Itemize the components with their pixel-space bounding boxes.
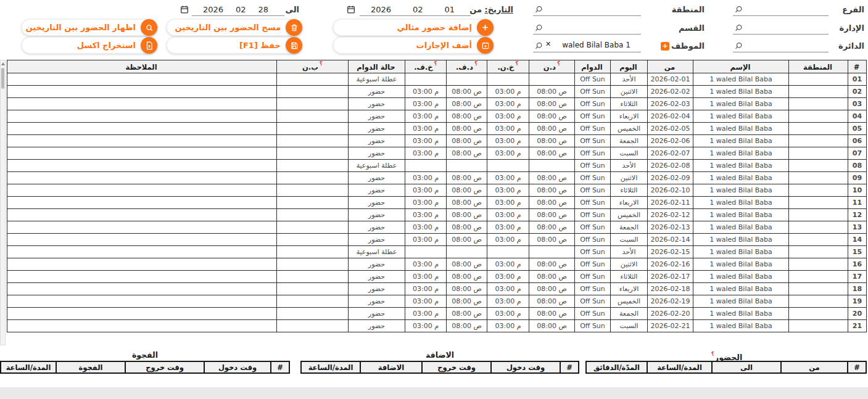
clear-icon[interactable]: ✕ bbox=[545, 40, 551, 48]
add-holidays-button[interactable]: أضف الإجازات bbox=[333, 37, 494, 54]
cell-region[interactable] bbox=[789, 172, 848, 184]
cell-date[interactable]: 2026-02-09 bbox=[648, 172, 693, 184]
cell-region[interactable] bbox=[789, 221, 848, 234]
cell-day[interactable]: السبت bbox=[611, 234, 648, 246]
cell-shift[interactable]: Off Sun bbox=[575, 308, 611, 320]
cell-entry-actual[interactable]: 08:00 ص bbox=[447, 283, 487, 295]
cell-entry-actual[interactable]: 08:00 ص bbox=[447, 308, 487, 320]
cell-bn[interactable] bbox=[277, 160, 349, 172]
cell-shift[interactable]: Off Sun bbox=[575, 258, 611, 271]
cell-entry-actual[interactable]: 08:00 ص bbox=[447, 234, 487, 246]
cell-entry-actual[interactable]: 08:00 ص bbox=[447, 110, 487, 123]
cell-entry-scheduled[interactable]: 08:00 ص bbox=[529, 271, 575, 283]
cell-exit-actual[interactable]: 03:00 م bbox=[405, 271, 447, 283]
cell-region[interactable] bbox=[789, 209, 848, 221]
cell-row-number[interactable]: 03 bbox=[848, 98, 867, 110]
cell-name[interactable]: 1 waled Bilal Baba bbox=[693, 246, 789, 258]
cell-entry-scheduled[interactable]: 08:00 ص bbox=[529, 295, 575, 308]
cell-name[interactable]: 1 waled Bilal Baba bbox=[693, 295, 789, 308]
date-from-input[interactable]: 2026 02 01 bbox=[360, 4, 471, 16]
date-to-month[interactable]: 02 bbox=[236, 5, 246, 14]
cell-entry-actual[interactable]: 08:00 ص bbox=[447, 86, 487, 98]
cell-row-number[interactable]: 19 bbox=[848, 295, 867, 308]
cell-date[interactable]: 2026-02-07 bbox=[648, 147, 693, 160]
cell-note[interactable] bbox=[7, 184, 277, 197]
cell-day[interactable]: الأحد bbox=[611, 73, 648, 86]
cell-region[interactable] bbox=[789, 160, 848, 172]
cell-note[interactable] bbox=[7, 123, 277, 135]
cell-row-number[interactable]: 13 bbox=[848, 221, 867, 234]
cell-region[interactable] bbox=[789, 308, 848, 320]
cell-exit-scheduled[interactable] bbox=[487, 246, 529, 258]
cell-entry-actual[interactable]: 08:00 ص bbox=[447, 147, 487, 160]
cell-exit-scheduled[interactable]: 03:00 م bbox=[487, 110, 529, 123]
cell-day[interactable]: الخميس bbox=[611, 209, 648, 221]
cell-entry-scheduled[interactable]: 08:00 ص bbox=[529, 320, 575, 332]
cell-bn[interactable] bbox=[277, 246, 349, 258]
cell-exit-actual[interactable]: 03:00 م bbox=[405, 110, 447, 123]
cell-shift[interactable]: Off Sun bbox=[575, 209, 611, 221]
cell-entry-scheduled[interactable]: 08:00 ص bbox=[529, 135, 575, 147]
cell-bn[interactable] bbox=[277, 172, 349, 184]
cell-entry-scheduled[interactable] bbox=[529, 73, 575, 86]
cell-day[interactable]: الاثنين bbox=[611, 172, 648, 184]
cell-date[interactable]: 2026-02-21 bbox=[648, 320, 693, 332]
cell-exit-scheduled[interactable]: 03:00 م bbox=[487, 258, 529, 271]
cell-shift[interactable]: Off Sun bbox=[575, 135, 611, 147]
cell-exit-actual[interactable]: 03:00 م bbox=[405, 234, 447, 246]
cell-note[interactable] bbox=[7, 197, 277, 209]
cell-entry-scheduled[interactable]: 08:00 ص bbox=[529, 283, 575, 295]
cell-bn[interactable] bbox=[277, 184, 349, 197]
cell-row-number[interactable]: 07 bbox=[848, 147, 867, 160]
cell-note[interactable] bbox=[7, 295, 277, 308]
cell-note[interactable] bbox=[7, 258, 277, 271]
cell-exit-scheduled[interactable]: 03:00 م bbox=[487, 184, 529, 197]
cell-entry-actual[interactable]: 08:00 ص bbox=[447, 271, 487, 283]
cell-shift-status[interactable]: حضور bbox=[349, 98, 405, 110]
cell-region[interactable] bbox=[789, 283, 848, 295]
cell-date[interactable]: 2026-02-12 bbox=[648, 209, 693, 221]
cell-note[interactable] bbox=[7, 209, 277, 221]
cell-date[interactable]: 2026-02-20 bbox=[648, 308, 693, 320]
cell-bn[interactable] bbox=[277, 209, 349, 221]
cell-bn[interactable] bbox=[277, 73, 349, 86]
cell-region[interactable] bbox=[789, 246, 848, 258]
cell-shift[interactable]: Off Sun bbox=[575, 197, 611, 209]
cell-region[interactable] bbox=[789, 73, 848, 86]
cell-date[interactable]: 2026-02-11 bbox=[648, 197, 693, 209]
cell-date[interactable]: 2026-02-04 bbox=[648, 110, 693, 123]
cell-entry-scheduled[interactable]: 08:00 ص bbox=[529, 184, 575, 197]
administration-input[interactable] bbox=[733, 22, 829, 35]
cell-exit-scheduled[interactable]: 03:00 م bbox=[487, 98, 529, 110]
cell-entry-scheduled[interactable]: 08:00 ص bbox=[529, 98, 575, 110]
cell-day[interactable]: الاثنين bbox=[611, 258, 648, 271]
cell-exit-actual[interactable] bbox=[405, 246, 447, 258]
cell-name[interactable]: 1 waled Bilal Baba bbox=[693, 147, 789, 160]
cell-bn[interactable] bbox=[277, 221, 349, 234]
cell-shift-status[interactable]: حضور bbox=[349, 197, 405, 209]
cell-shift-status[interactable]: حضور bbox=[349, 258, 405, 271]
search-icon[interactable] bbox=[534, 41, 544, 51]
cell-entry-actual[interactable]: 08:00 ص bbox=[447, 295, 487, 308]
cell-entry-scheduled[interactable]: 08:00 ص bbox=[529, 209, 575, 221]
cell-shift-status[interactable]: حضور bbox=[349, 283, 405, 295]
show-attendance-between-dates-button[interactable]: اظهار الحضور بين التاريخين bbox=[22, 19, 157, 36]
cell-shift[interactable]: Off Sun bbox=[575, 73, 611, 86]
cell-name[interactable]: 1 waled Bilal Baba bbox=[693, 320, 789, 332]
cell-entry-scheduled[interactable] bbox=[529, 246, 575, 258]
cell-entry-actual[interactable]: 08:00 ص bbox=[447, 172, 487, 184]
date-to-year[interactable]: 2026 bbox=[203, 5, 223, 14]
cell-shift[interactable]: Off Sun bbox=[575, 147, 611, 160]
add-employee-icon[interactable]: + bbox=[661, 42, 669, 51]
cell-name[interactable]: 1 waled Bilal Baba bbox=[693, 209, 789, 221]
cell-region[interactable] bbox=[789, 123, 848, 135]
cell-exit-scheduled[interactable]: 03:00 م bbox=[487, 234, 529, 246]
cell-exit-actual[interactable]: 03:00 م bbox=[405, 258, 447, 271]
cell-entry-scheduled[interactable]: 08:00 ص bbox=[529, 234, 575, 246]
cell-exit-actual[interactable]: 03:00 م bbox=[405, 320, 447, 332]
branch-input[interactable] bbox=[733, 4, 829, 16]
cell-day[interactable]: الجمعة bbox=[611, 221, 648, 234]
cell-note[interactable] bbox=[7, 86, 277, 98]
cell-exit-scheduled[interactable]: 03:00 م bbox=[487, 197, 529, 209]
cell-day[interactable]: الاربعاء bbox=[611, 283, 648, 295]
